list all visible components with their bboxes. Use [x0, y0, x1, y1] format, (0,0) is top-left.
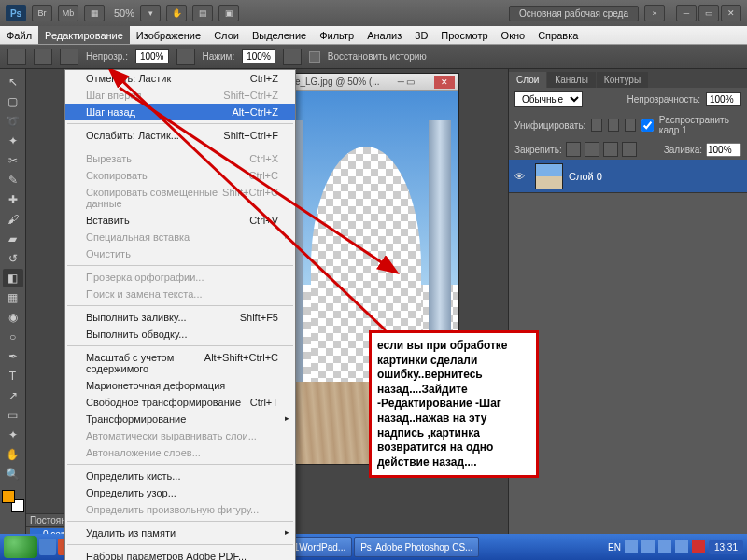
- menu-item[interactable]: Определить кисть...: [65, 468, 295, 484]
- close-icon[interactable]: ✕: [721, 5, 741, 21]
- blend-mode-select[interactable]: Обычные: [514, 91, 583, 107]
- tab-layers[interactable]: Слои: [509, 72, 546, 88]
- language-indicator[interactable]: EN: [608, 542, 621, 553]
- tray-icon[interactable]: [641, 540, 655, 553]
- ps-icon: Ps: [360, 542, 372, 553]
- pressure-opacity-icon[interactable]: [176, 49, 195, 65]
- unify-vis-icon[interactable]: [608, 119, 619, 132]
- healing-tool-icon[interactable]: ✚: [3, 190, 23, 209]
- unify-label: Унифицировать:: [514, 120, 585, 131]
- menu-image[interactable]: Изображение: [130, 26, 207, 44]
- crop-tool-icon[interactable]: ✂: [3, 151, 23, 170]
- shape-tool-icon[interactable]: ▭: [3, 406, 23, 425]
- start-button[interactable]: [4, 536, 37, 558]
- lock-all-icon[interactable]: [622, 142, 637, 157]
- dodge-tool-icon[interactable]: ○: [3, 328, 23, 346]
- wand-tool-icon[interactable]: ✦: [3, 132, 23, 150]
- menu-window[interactable]: Окно: [495, 26, 532, 44]
- lock-paint-icon[interactable]: [585, 142, 599, 157]
- bridge-icon[interactable]: Br: [32, 5, 52, 21]
- brush-panel-icon[interactable]: [60, 49, 78, 65]
- unify-style-icon[interactable]: [625, 119, 636, 132]
- view-extras-icon[interactable]: ▦: [84, 5, 105, 21]
- svg-line-1: [120, 88, 386, 265]
- menu-select[interactable]: Выделение: [246, 26, 313, 44]
- type-tool-icon[interactable]: T: [3, 367, 23, 385]
- fill-field[interactable]: [706, 143, 741, 157]
- tab-channels[interactable]: Каналы: [547, 72, 596, 88]
- menu-view[interactable]: Просмотр: [434, 26, 494, 44]
- layer-name[interactable]: Слой 0: [569, 171, 602, 182]
- move-tool-icon[interactable]: ↖: [3, 73, 23, 91]
- tray-icon[interactable]: [658, 540, 671, 553]
- maximize-icon[interactable]: ▭: [698, 5, 719, 21]
- menu-item[interactable]: Свободное трансформированиеCtrl+T: [65, 394, 295, 411]
- zoom-level[interactable]: 50%: [114, 7, 134, 19]
- eraser-tool-icon[interactable]: ◧: [3, 269, 23, 287]
- tray-icon[interactable]: [692, 540, 705, 553]
- opacity-field[interactable]: 100%: [135, 49, 169, 63]
- menu-item[interactable]: Масштаб с учетом содержимогоAlt+Shift+Ct…: [65, 349, 295, 377]
- propagate-checkbox[interactable]: [641, 119, 654, 132]
- color-picker[interactable]: [2, 490, 24, 512]
- hand-tool-icon[interactable]: ✋: [3, 445, 23, 464]
- history-brush-icon[interactable]: ↺: [3, 249, 23, 268]
- layer-thumbnail[interactable]: [535, 163, 563, 189]
- minimize-icon[interactable]: ─: [676, 5, 697, 21]
- brush-preset-icon[interactable]: [7, 49, 26, 65]
- brush-size-icon[interactable]: [34, 49, 52, 65]
- doc-close-icon[interactable]: ✕: [434, 76, 455, 89]
- menu-edit[interactable]: Редактирование: [38, 26, 130, 44]
- eyedropper-tool-icon[interactable]: ✎: [3, 171, 23, 189]
- path-tool-icon[interactable]: ↗: [3, 386, 23, 405]
- minibridge-icon[interactable]: Mb: [58, 5, 78, 21]
- unify-pos-icon[interactable]: [591, 119, 602, 132]
- annotation-box: если вы при обработке картинки сделали о…: [369, 330, 539, 478]
- zoom-tool-icon[interactable]: 🔍: [3, 465, 23, 483]
- flow-field[interactable]: 100%: [242, 49, 275, 63]
- pen-tool-icon[interactable]: ✒: [3, 347, 23, 366]
- menu-layers[interactable]: Слои: [207, 26, 246, 44]
- tray-icon[interactable]: [625, 540, 638, 553]
- layer-row[interactable]: 👁 Слой 0: [509, 160, 747, 193]
- gradient-tool-icon[interactable]: ▦: [3, 288, 23, 307]
- propagate-label: Распространить кадр 1: [659, 115, 741, 135]
- chevrons-icon[interactable]: »: [644, 5, 665, 21]
- menu-item[interactable]: Марионеточная деформация: [65, 377, 295, 394]
- taskbar-item-photoshop[interactable]: PsAdobe Photoshop CS...: [354, 537, 479, 557]
- menu-3d[interactable]: 3D: [408, 26, 434, 44]
- menu-filter[interactable]: Фильтр: [313, 26, 360, 44]
- airbrush-icon[interactable]: [283, 49, 302, 65]
- fg-color-swatch[interactable]: [2, 490, 15, 503]
- ps-logo-icon: Ps: [6, 5, 26, 21]
- menu-item[interactable]: Трансформирование: [65, 411, 295, 427]
- menu-analysis[interactable]: Анализ: [360, 26, 408, 44]
- lasso-tool-icon[interactable]: ➰: [3, 112, 23, 131]
- arrange-icon[interactable]: ▤: [192, 5, 213, 21]
- brush-tool-icon[interactable]: 🖌: [3, 210, 23, 229]
- screen-mode-icon[interactable]: ▣: [218, 5, 239, 21]
- hand-tool-icon[interactable]: ✋: [166, 5, 187, 21]
- layer-visibility-icon[interactable]: 👁: [509, 171, 529, 182]
- layer-opacity-field[interactable]: [706, 92, 741, 106]
- clock[interactable]: 13:31: [709, 540, 743, 554]
- tab-paths[interactable]: Контуры: [597, 72, 648, 88]
- menu-file[interactable]: Файл: [0, 26, 38, 44]
- restore-history-checkbox[interactable]: [309, 51, 320, 63]
- menu-item[interactable]: Удалить из памяти: [65, 525, 295, 541]
- quick-launch-icon[interactable]: [39, 539, 56, 555]
- restore-history-label: Восстановить историю: [328, 51, 427, 62]
- tray-icon[interactable]: [675, 540, 688, 553]
- menu-help[interactable]: Справка: [531, 26, 585, 44]
- menu-item[interactable]: Определить узор...: [65, 484, 295, 501]
- menu-item: Определить произвольную фигуру...: [65, 501, 295, 518]
- 3d-tool-icon[interactable]: ✦: [3, 426, 23, 444]
- menu-item[interactable]: Наборы параметров Adobe PDF...: [65, 548, 295, 560]
- lock-position-icon[interactable]: [603, 142, 618, 157]
- stamp-tool-icon[interactable]: ▰: [3, 230, 23, 248]
- blur-tool-icon[interactable]: ◉: [3, 308, 23, 327]
- lock-transparency-icon[interactable]: [566, 142, 581, 157]
- workspace-switcher[interactable]: Основная рабочая среда: [509, 6, 639, 21]
- zoom-dropdown-icon[interactable]: ▾: [140, 5, 161, 21]
- marquee-tool-icon[interactable]: ▢: [3, 92, 23, 111]
